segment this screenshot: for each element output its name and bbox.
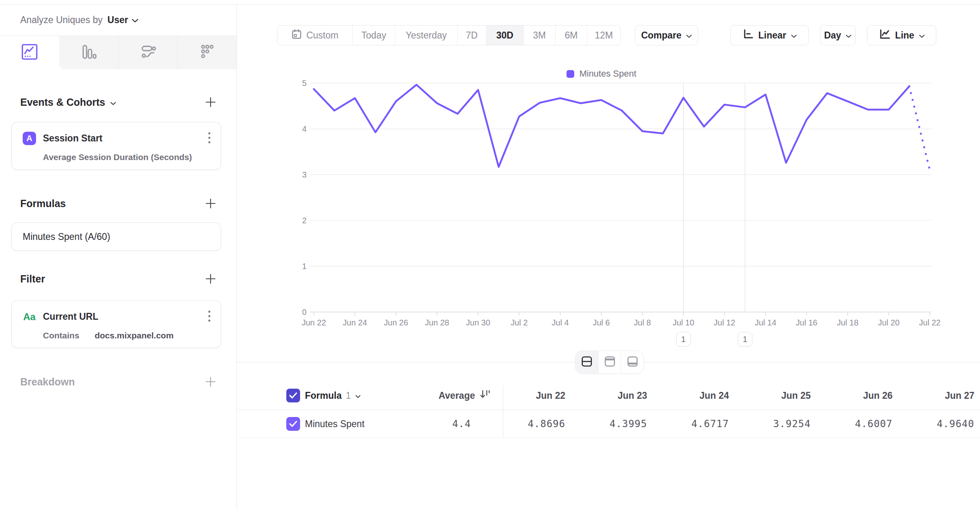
formula-expression: Minutes Spent (A/60) <box>23 231 110 242</box>
line-chart <box>237 4 980 349</box>
events-section-title[interactable]: Events & Cohorts <box>20 96 116 108</box>
y-axis-label-1: 1 <box>277 261 307 271</box>
annotation-chip-jul-13[interactable]: 1 <box>738 332 752 346</box>
kebab-menu-icon[interactable] <box>206 308 213 325</box>
cell-jun-27: 4.9640 <box>894 410 974 438</box>
filter-card-current-url[interactable]: Aa Current URL Contains docs.mixpanel.co… <box>11 300 221 348</box>
layout-option-chart-only[interactable] <box>598 351 621 373</box>
row-checkbox[interactable] <box>286 417 300 431</box>
formula-header-label: Formula <box>305 390 342 401</box>
column-header-jun-25: Jun 25 <box>734 381 811 410</box>
formula-card[interactable]: Minutes Spent (A/60) <box>11 222 221 251</box>
analyze-header: Analyze Uniques by User <box>0 4 236 36</box>
table-row-minutes-spent: Minutes Spent 4.4 4.86964.39954.67173.92… <box>237 410 980 438</box>
insights-line-chart-icon <box>20 43 39 63</box>
column-header-jun-23: Jun 23 <box>570 381 647 410</box>
filter-operator: Contains <box>43 331 79 340</box>
analyze-label: Analyze Uniques by <box>20 15 102 26</box>
filter-section-label: Filter <box>20 273 45 285</box>
cell-jun-23: 4.3995 <box>567 410 647 438</box>
formula-column-selector[interactable]: Formula 1 <box>305 390 361 401</box>
layout-option-table-only[interactable] <box>621 351 643 373</box>
chevron-down-icon <box>110 96 116 108</box>
series-line-incomplete-dotted <box>909 86 930 170</box>
cell-jun-22: 4.8696 <box>485 410 565 438</box>
add-formula-button[interactable] <box>205 197 217 210</box>
table-only-icon <box>627 356 638 369</box>
event-letter-badge: A <box>23 132 36 145</box>
breakdown-section-header: Breakdown <box>20 372 217 392</box>
layout-toggle <box>575 351 644 374</box>
chart-type-tabs <box>0 36 236 69</box>
sidebar-tab-bar-chart[interactable] <box>59 36 118 69</box>
breakdown-section-title: Breakdown <box>20 376 75 388</box>
insights-report-page: Analyze Uniques by User Events & Cohorts <box>0 0 980 509</box>
series-line-minutes-spent <box>314 85 909 167</box>
formulas-section-header: Formulas <box>20 193 217 214</box>
x-axis-label-jul-22: Jul 22 <box>905 318 954 327</box>
layout-option-chart-and-table[interactable] <box>575 351 598 373</box>
metrics-grid-icon <box>198 43 217 63</box>
column-header-jun-22: Jun 22 <box>488 381 565 410</box>
add-filter-button[interactable] <box>205 273 217 285</box>
analyze-by-selector[interactable]: User <box>107 15 138 26</box>
add-breakdown-button[interactable] <box>205 376 217 388</box>
event-name: Session Start <box>43 133 199 144</box>
bar-chart-icon <box>79 43 98 63</box>
sidebar-tab-flows[interactable] <box>118 36 177 69</box>
column-header-jun-24: Jun 24 <box>652 381 729 410</box>
select-all-checkbox[interactable] <box>286 389 300 402</box>
y-axis-label-5: 5 <box>277 78 307 88</box>
event-card-session-start[interactable]: A Session Start Average Session Duration… <box>11 122 221 170</box>
cell-jun-26: 4.6007 <box>812 410 893 438</box>
sidebar-tab-insights-line-chart[interactable] <box>0 36 59 69</box>
y-axis-label-4: 4 <box>277 124 307 134</box>
chart-only-icon <box>604 356 616 369</box>
events-section-header: Events & Cohorts <box>20 92 217 112</box>
formula-number: 1 <box>346 390 351 401</box>
kebab-menu-icon[interactable] <box>206 130 213 147</box>
cell-jun-25: 3.9254 <box>731 410 811 438</box>
row-average-value: 4.4 <box>391 410 471 438</box>
event-card-header: A Session Start <box>23 130 213 147</box>
filter-property-name: Current URL <box>43 311 199 322</box>
formulas-section-title: Formulas <box>20 198 66 210</box>
average-label: Average <box>439 390 475 401</box>
filter-section-header: Filter <box>20 269 217 289</box>
breakdown-section-label: Breakdown <box>20 376 75 388</box>
query-builder-sidebar: Analyze Uniques by User Events & Cohorts <box>0 4 237 509</box>
formulas-section-label: Formulas <box>20 198 66 210</box>
sidebar-tab-metrics-grid[interactable] <box>177 36 236 69</box>
filter-card-header: Aa Current URL <box>23 308 213 325</box>
column-header-jun-27: Jun 27 <box>897 381 974 410</box>
average-column-header[interactable]: Average <box>358 381 490 410</box>
string-property-icon: Aa <box>23 311 36 323</box>
annotation-chip-jul-10[interactable]: 1 <box>676 332 691 346</box>
table-header-row: Formula 1 Average Jun 22Jun 23Jun 24Jun … <box>237 381 980 410</box>
add-event-button[interactable] <box>205 96 217 108</box>
filter-section-title: Filter <box>20 273 45 285</box>
column-header-jun-26: Jun 26 <box>816 381 893 410</box>
row-series-name: Minutes Spent <box>305 419 364 430</box>
analyze-by-value: User <box>107 15 128 26</box>
y-axis-label-0: 0 <box>277 307 307 317</box>
chevron-down-icon <box>132 15 138 26</box>
filter-condition[interactable]: Contains docs.mixpanel.com <box>43 331 174 340</box>
flows-icon <box>139 43 158 63</box>
event-measurement[interactable]: Average Session Duration (Seconds) <box>43 152 192 162</box>
cell-jun-24: 4.6717 <box>649 410 729 438</box>
y-axis-label-2: 2 <box>277 216 307 225</box>
events-section-label: Events & Cohorts <box>20 96 105 108</box>
report-main-panel: CustomTodayYesterday7D30D3M6M12M Compare… <box>237 4 980 509</box>
chart-and-table-icon <box>581 356 592 369</box>
filter-value: docs.mixpanel.com <box>95 331 174 340</box>
y-axis-label-3: 3 <box>277 170 307 180</box>
